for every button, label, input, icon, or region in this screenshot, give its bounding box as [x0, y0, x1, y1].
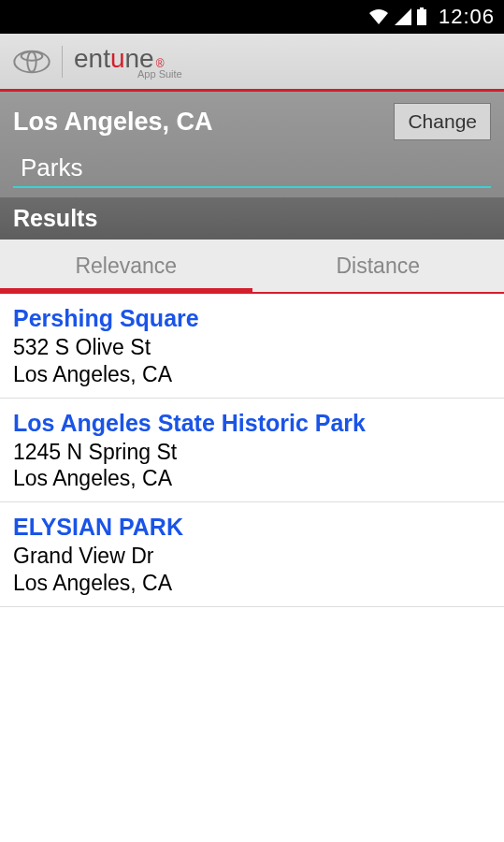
svg-point-3 — [27, 51, 36, 71]
search-input[interactable] — [13, 152, 491, 188]
toyota-logo-icon — [13, 49, 62, 75]
result-name: ELYSIAN PARK — [13, 514, 491, 541]
result-city: Los Angeles, CA — [13, 570, 491, 597]
signal-icon — [394, 7, 412, 26]
battery-icon — [416, 7, 427, 26]
result-city: Los Angeles, CA — [13, 361, 491, 388]
results-header: Results — [0, 197, 504, 240]
result-name: Pershing Square — [13, 305, 491, 332]
result-street: Grand View Dr — [13, 543, 491, 570]
result-item[interactable]: Los Angeles State Historic Park1245 N Sp… — [0, 399, 504, 503]
status-bar: 12:06 — [0, 0, 504, 34]
result-street: 1245 N Spring St — [13, 439, 491, 466]
result-list: Pershing Square532 S Olive StLos Angeles… — [0, 294, 504, 607]
location-name: Los Angeles, CA — [13, 108, 213, 137]
wifi-icon — [367, 7, 390, 26]
entune-logo: entune® App Suite — [74, 44, 182, 80]
tab-distance[interactable]: Distance — [252, 240, 505, 292]
entune-subtitle: App Suite — [137, 68, 182, 80]
app-header: entune® App Suite — [0, 34, 504, 92]
status-time: 12:06 — [439, 5, 495, 29]
location-bar: Los Angeles, CA Change — [0, 92, 504, 197]
header-divider — [62, 46, 63, 78]
result-city: Los Angeles, CA — [13, 465, 491, 492]
result-name: Los Angeles State Historic Park — [13, 410, 491, 437]
change-location-button[interactable]: Change — [394, 103, 491, 140]
result-street: 532 S Olive St — [13, 334, 491, 361]
svg-point-2 — [14, 51, 49, 72]
svg-point-4 — [22, 51, 43, 60]
svg-rect-1 — [420, 7, 424, 9]
result-item[interactable]: ELYSIAN PARKGrand View DrLos Angeles, CA — [0, 502, 504, 607]
svg-rect-0 — [417, 9, 426, 25]
tab-relevance[interactable]: Relevance — [0, 240, 252, 292]
result-item[interactable]: Pershing Square532 S Olive StLos Angeles… — [0, 294, 504, 399]
tabs: Relevance Distance — [0, 240, 504, 294]
